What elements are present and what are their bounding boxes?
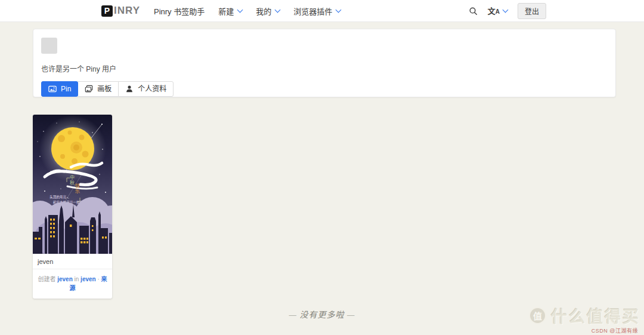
profile-subtitle: 也许是另一个 Piny 用户 xyxy=(41,63,608,73)
profile-card: 也许是另一个 Piny 用户 Pin 画板 xyxy=(33,29,616,97)
svg-text:中秋: 中秋 xyxy=(69,174,75,186)
pinry-logo[interactable]: P INRY xyxy=(101,5,140,17)
language-switcher[interactable]: 文A xyxy=(488,7,507,15)
nav-item-label: Pinry 书签助手 xyxy=(154,5,205,17)
chevron-down-icon xyxy=(503,7,509,13)
svg-text:快乐: 快乐 xyxy=(75,183,80,194)
logout-button[interactable]: 登出 xyxy=(518,3,546,19)
chevron-down-icon xyxy=(336,7,342,13)
tab-profile[interactable]: 个人资料 xyxy=(118,81,174,97)
nav-item-label: 我的 xyxy=(256,5,271,17)
pinry-logo-p: P xyxy=(101,5,113,17)
csdn-credit: CSDN @江湖有缘 xyxy=(592,327,638,334)
smzdm-brand-text: 什么值得买 xyxy=(551,304,640,327)
in-label: in xyxy=(75,276,79,282)
navbar-right-group: 文A 登出 xyxy=(469,3,546,19)
nav-item-new[interactable]: 新建 xyxy=(218,5,242,17)
board-link[interactable]: jeven xyxy=(80,276,96,282)
created-by-label: 创建者 xyxy=(38,276,55,282)
nav-item-label: 浏览器插件 xyxy=(293,5,332,17)
profile-tab-group: Pin 画板 个人资料 xyxy=(41,81,174,97)
svg-text:头顶的月亮: 头顶的月亮 xyxy=(49,195,66,199)
nav-item-mine[interactable]: 我的 xyxy=(256,5,280,17)
chevron-down-icon xyxy=(237,7,243,13)
pin-description: jeven xyxy=(33,254,112,269)
nav-item-bookmark-helper[interactable]: Pinry 书签助手 xyxy=(154,5,205,17)
boards-icon xyxy=(85,85,93,93)
navbar-left-group: P INRY Pinry 书签助手 新建 我的 浏览器插件 xyxy=(101,5,340,17)
chevron-down-icon xyxy=(275,7,281,13)
pinry-logo-text: INRY xyxy=(114,5,140,17)
tab-label: 个人资料 xyxy=(138,85,166,93)
smzdm-watermark: 值 什么值得买 xyxy=(529,304,640,327)
tab-label: Pin xyxy=(61,85,71,93)
pin-footer: 创建者 jeven in jeven · 来源 xyxy=(33,269,112,299)
smzdm-badge-icon: 值 xyxy=(529,307,546,324)
pin-image-mid-autumn-moon[interactable]: 中秋 快乐 头顶的月亮 和家乡的月亮一样圆 xyxy=(33,115,112,254)
separator: · xyxy=(97,276,99,282)
nav-item-browser-plugin[interactable]: 浏览器插件 xyxy=(293,5,340,17)
tab-label: 画板 xyxy=(97,85,112,93)
image-icon xyxy=(48,85,57,93)
avatar xyxy=(41,38,57,54)
tab-pins[interactable]: Pin xyxy=(41,81,78,97)
person-icon xyxy=(125,85,134,93)
nav-item-label: 新建 xyxy=(218,5,234,17)
pin-card: 中秋 快乐 头顶的月亮 和家乡的月亮一样圆 xyxy=(33,115,112,299)
search-icon[interactable] xyxy=(469,7,478,16)
creator-link[interactable]: jeven xyxy=(57,276,73,282)
top-navbar: P INRY Pinry 书签助手 新建 我的 浏览器插件 文A xyxy=(0,0,644,22)
tab-boards[interactable]: 画板 xyxy=(78,81,119,97)
translate-icon: 文A xyxy=(488,7,500,15)
